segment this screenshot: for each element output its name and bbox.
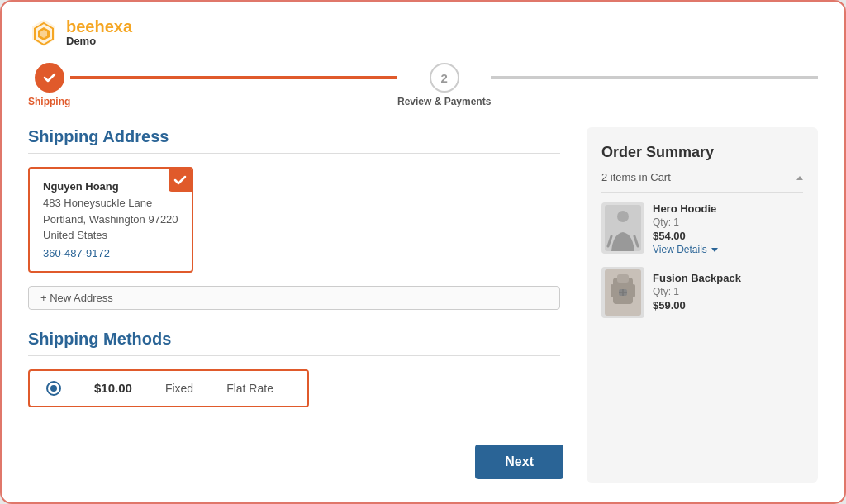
cart-collapse-icon[interactable] xyxy=(795,171,803,183)
shipping-method-card[interactable]: $10.00 Fixed Flat Rate xyxy=(28,369,309,407)
cart-items-label: 2 items in Cart xyxy=(601,171,671,183)
item2-details: Fusion Backpack Qty: 1 $59.00 xyxy=(653,267,741,318)
address-line1: 483 Honeysuckle Lane xyxy=(43,195,178,212)
checkmark-icon xyxy=(42,70,57,85)
step1-label: Shipping xyxy=(28,96,70,107)
methods-divider xyxy=(28,355,560,356)
fusion-backpack-img xyxy=(605,269,641,316)
view-details-chevron xyxy=(711,248,718,252)
beehexa-logo-icon xyxy=(28,17,59,48)
logo: beehexa Demo xyxy=(28,17,132,48)
item1-name: Hero Hoodie xyxy=(653,202,718,215)
method-name: Flat Rate xyxy=(226,382,273,395)
item2-price: $59.00 xyxy=(653,299,741,311)
stepper-step2: 2 Review & Payments xyxy=(397,63,491,107)
cart-header: 2 items in Cart xyxy=(601,171,803,193)
check-icon xyxy=(173,174,187,187)
address-line2: Portland, Washington 97220 xyxy=(43,212,178,228)
address-country: United States xyxy=(43,227,178,244)
item1-qty: Qty: 1 xyxy=(653,216,718,228)
item2-qty: Qty: 1 xyxy=(653,286,741,297)
radio-dot-inner xyxy=(50,385,57,392)
address-selected-check xyxy=(169,169,192,192)
address-name: Nguyen Hoang xyxy=(43,180,178,193)
cart-item-1: Hero Hoodie Qty: 1 $54.00 View Details xyxy=(601,202,803,255)
item1-price: $54.00 xyxy=(653,230,718,242)
svg-point-5 xyxy=(617,211,629,222)
shipping-methods-title: Shipping Methods xyxy=(28,330,560,349)
shipping-address-title: Shipping Address xyxy=(28,127,560,146)
stepper-line1 xyxy=(70,76,397,79)
logo-text: beehexa Demo xyxy=(66,17,132,47)
item1-details: Hero Hoodie Qty: 1 $54.00 View Details xyxy=(653,202,718,255)
page-container: beehexa Demo Shipping 2 Review & Payment… xyxy=(0,0,846,504)
item2-name: Fusion Backpack xyxy=(653,272,741,284)
svg-rect-8 xyxy=(617,274,629,283)
svg-rect-13 xyxy=(632,284,635,297)
stepper: Shipping 2 Review & Payments xyxy=(28,63,818,107)
new-address-button[interactable]: + New Address xyxy=(28,286,560,310)
next-button[interactable]: Next xyxy=(475,445,563,479)
cart-item-2: Fusion Backpack Qty: 1 $59.00 xyxy=(601,267,803,318)
item1-image xyxy=(601,202,644,254)
header: beehexa Demo xyxy=(2,2,844,48)
method-type: Fixed xyxy=(165,382,193,395)
hero-hoodie-img xyxy=(605,205,641,251)
main-content: Shipping Address Nguyen Hoang 483 Honeys… xyxy=(2,107,844,502)
radio-button[interactable] xyxy=(46,381,61,396)
svg-rect-12 xyxy=(611,284,614,297)
main-left: Shipping Address Nguyen Hoang 483 Honeys… xyxy=(28,127,560,483)
address-phone: 360-487-9172 xyxy=(43,247,178,259)
item1-view-details[interactable]: View Details xyxy=(653,244,718,255)
section-divider xyxy=(28,153,560,154)
logo-demo: Demo xyxy=(66,36,132,47)
step1-circle xyxy=(35,63,64,93)
logo-name: beehexa xyxy=(66,17,132,36)
stepper-line2 xyxy=(491,76,818,79)
stepper-step1: Shipping xyxy=(28,63,70,107)
step2-circle: 2 xyxy=(430,63,459,93)
address-card[interactable]: Nguyen Hoang 483 Honeysuckle Lane Portla… xyxy=(28,167,193,273)
step2-label: Review & Payments xyxy=(397,96,491,107)
order-summary: Order Summary 2 items in Cart xyxy=(587,127,818,483)
order-summary-title: Order Summary xyxy=(601,144,803,161)
item2-image xyxy=(601,267,644,318)
method-price: $10.00 xyxy=(94,381,132,395)
